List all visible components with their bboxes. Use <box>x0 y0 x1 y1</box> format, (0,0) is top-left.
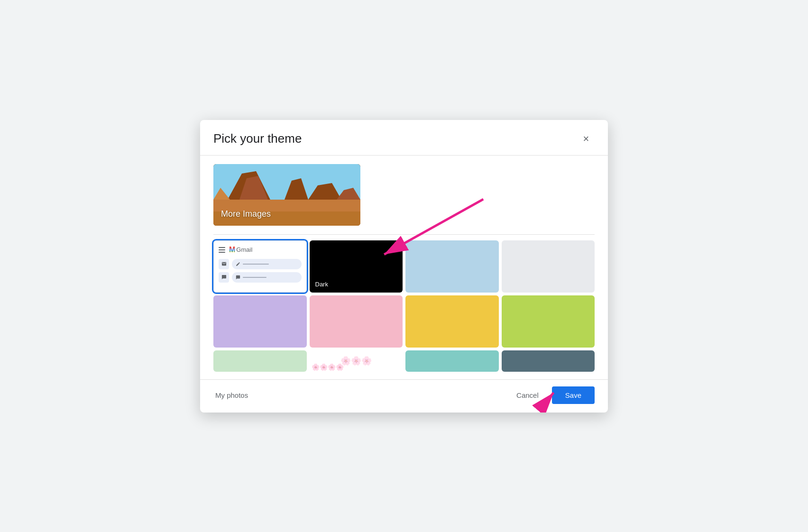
theme-picker-dialog: Pick your theme × <box>200 120 608 413</box>
chat-icon-circle <box>219 272 229 283</box>
save-button[interactable]: Save <box>552 386 595 404</box>
dialog-body: More Images M Gmail <box>200 156 608 379</box>
gmail-m-logo: M <box>229 246 235 254</box>
theme-item-dark[interactable]: Dark <box>310 240 403 293</box>
theme-grid: M Gmail <box>213 240 595 348</box>
theme-row-bottom: 🌸🌸🌸 <box>213 350 595 372</box>
theme-item-navy[interactable] <box>502 350 595 372</box>
dialog-title: Pick your theme <box>213 131 302 146</box>
theme-item-blue[interactable] <box>405 240 499 293</box>
email-icon <box>221 261 227 266</box>
section-divider <box>213 234 595 235</box>
theme-item-floral[interactable]: 🌸🌸🌸 <box>310 350 403 372</box>
more-images-card[interactable]: More Images <box>213 164 360 226</box>
footer-actions: Cancel Save <box>509 386 595 404</box>
dark-theme-label: Dark <box>315 281 328 288</box>
theme-item-pink[interactable] <box>310 295 403 348</box>
theme-default-rows <box>219 259 302 283</box>
dialog-header: Pick your theme × <box>200 120 608 156</box>
gmail-logo: M Gmail <box>229 246 252 254</box>
theme-default-header: M Gmail <box>219 246 302 254</box>
my-photos-button[interactable]: My photos <box>213 387 250 403</box>
theme-item-mint[interactable] <box>213 350 307 372</box>
theme-row-2 <box>219 272 302 283</box>
chat-pill <box>232 272 302 283</box>
theme-item-default[interactable]: M Gmail <box>213 240 307 293</box>
hamburger-icon <box>219 247 225 253</box>
theme-item-purple[interactable] <box>213 295 307 348</box>
pill-line-2 <box>243 277 266 278</box>
theme-item-yellow[interactable] <box>405 295 499 348</box>
pill-line-1 <box>243 264 269 265</box>
dialog-footer: My photos Cancel Save <box>200 379 608 413</box>
theme-default-inner: M Gmail <box>219 246 302 287</box>
chat-pill-icon <box>236 275 240 280</box>
theme-row-1 <box>219 259 302 269</box>
compose-pill <box>232 259 302 269</box>
theme-item-green[interactable] <box>502 295 595 348</box>
gmail-text: Gmail <box>236 246 252 253</box>
chat-icon <box>221 275 227 280</box>
floral-decoration: 🌸🌸🌸 <box>310 350 403 372</box>
theme-item-teal[interactable] <box>405 350 499 372</box>
theme-item-gray[interactable] <box>502 240 595 293</box>
pencil-icon <box>236 262 240 266</box>
cancel-button[interactable]: Cancel <box>509 387 546 403</box>
email-icon-circle <box>219 259 229 269</box>
more-images-label: More Images <box>221 209 271 219</box>
close-button[interactable]: × <box>578 130 595 147</box>
